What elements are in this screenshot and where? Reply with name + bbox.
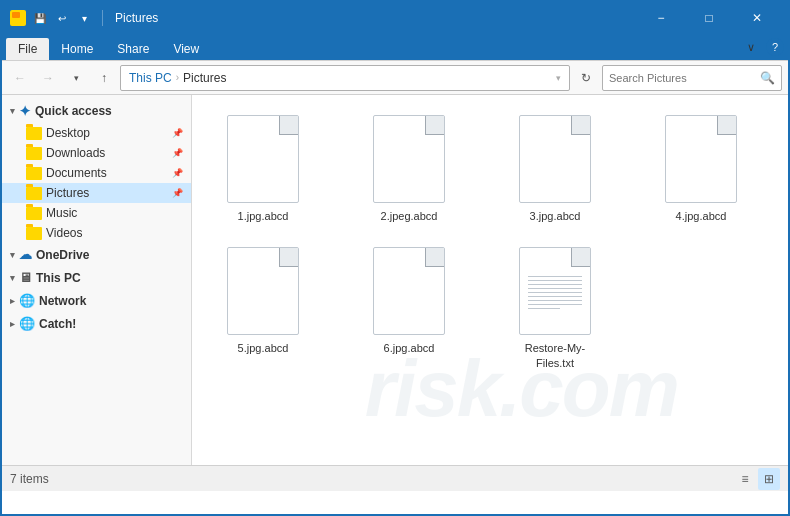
pictures-pin-icon: 📌 [172,188,183,198]
desktop-pin-icon: 📌 [172,128,183,138]
search-box[interactable]: 🔍 [602,65,782,91]
file-label-3: 3.jpg.abcd [530,209,581,223]
collapse-ribbon-button[interactable]: ∨ [740,36,762,58]
downloads-label: Downloads [46,146,105,160]
downloads-pin-icon: 📌 [172,148,183,158]
tab-view[interactable]: View [161,38,211,60]
thispc-icon: 🖥 [19,270,32,285]
refresh-button[interactable]: ↻ [574,66,598,90]
file-icon-1 [227,115,299,203]
list-view-button[interactable]: ≡ [734,468,756,490]
text-lines [528,276,582,309]
sidebar-section-onedrive[interactable]: ▾ ☁ OneDrive [2,243,191,266]
network-chevron: ▸ [10,296,15,306]
title-bar: 💾 ↩ ▾ Pictures − □ ✕ [2,2,788,34]
file-label-7: Restore-My-Files.txt [508,341,602,370]
maximize-button[interactable]: □ [686,2,732,34]
status-bar-right: ≡ ⊞ [734,468,780,490]
documents-label: Documents [46,166,107,180]
minimize-button[interactable]: − [638,2,684,34]
network-icon: 🌐 [19,293,35,308]
sidebar-section-catch[interactable]: ▸ 🌐 Catch! [2,312,191,335]
sidebar-section-quick-access[interactable]: ▾ ✦ Quick access [2,99,191,123]
sidebar-item-pictures[interactable]: Pictures 📌 [2,183,191,203]
file-icon-4 [665,115,737,203]
onedrive-icon: ☁ [19,247,32,262]
title-bar-controls: − □ ✕ [638,2,780,34]
thispc-chevron: ▾ [10,273,15,283]
sidebar-section-thispc[interactable]: ▾ 🖥 This PC [2,266,191,289]
music-label: Music [46,206,77,220]
file-icon-5 [227,247,299,335]
status-bar: 7 items ≡ ⊞ [2,465,788,491]
address-bar: ← → ▾ ↑ This PC › Pictures ▾ ↻ 🔍 [2,61,788,95]
qat-undo[interactable]: ↩ [54,10,70,26]
search-input[interactable] [609,72,756,84]
qat-save[interactable]: 💾 [32,10,48,26]
quick-access-star-icon: ✦ [19,103,31,119]
tab-file[interactable]: File [6,38,49,60]
list-item[interactable]: 4.jpg.abcd [646,107,756,231]
file-label-5: 5.jpg.abcd [238,341,289,355]
music-folder-icon [26,207,42,220]
network-label: Network [39,294,86,308]
sidebar-section-network[interactable]: ▸ 🌐 Network [2,289,191,312]
tab-share[interactable]: Share [105,38,161,60]
help-button[interactable]: ? [766,38,784,56]
address-path[interactable]: This PC › Pictures ▾ [120,65,570,91]
title-bar-left: 💾 ↩ ▾ Pictures [10,10,158,26]
main-area: ▾ ✦ Quick access Desktop 📌 Downloads 📌 D… [2,95,788,465]
sidebar-item-music[interactable]: Music [2,203,191,223]
qat-dropdown[interactable]: ▾ [76,10,92,26]
sidebar-item-documents[interactable]: Documents 📌 [2,163,191,183]
file-label-4: 4.jpg.abcd [676,209,727,223]
folder-title-icon [10,10,26,26]
ribbon: File Home Share View ∨ ? [2,34,788,61]
file-area: risk.com 1.jpg.abcd 2.jpeg.abcd 3.jpg.ab… [192,95,788,465]
list-item[interactable]: Restore-My-Files.txt [500,239,610,378]
file-icon-6 [373,247,445,335]
ribbon-tab-bar: File Home Share View ∨ ? [2,34,788,60]
desktop-folder-icon [26,127,42,140]
list-item[interactable]: 3.jpg.abcd [500,107,610,231]
sidebar: ▾ ✦ Quick access Desktop 📌 Downloads 📌 D… [2,95,192,465]
file-label-1: 1.jpg.abcd [238,209,289,223]
search-icon: 🔍 [760,71,775,85]
back-button[interactable]: ← [8,66,32,90]
icon-view-button[interactable]: ⊞ [758,468,780,490]
file-icon-2 [373,115,445,203]
list-item[interactable]: 5.jpg.abcd [208,239,318,378]
item-count: 7 items [10,472,49,486]
file-label-2: 2.jpeg.abcd [381,209,438,223]
path-dropdown[interactable]: ▾ [556,73,561,83]
quick-access-label: Quick access [35,104,112,118]
path-sep-1: › [176,72,179,83]
sidebar-item-downloads[interactable]: Downloads 📌 [2,143,191,163]
pictures-label: Pictures [46,186,89,200]
sidebar-item-desktop[interactable]: Desktop 📌 [2,123,191,143]
thispc-label: This PC [36,271,81,285]
recent-locations-button[interactable]: ▾ [64,66,88,90]
desktop-label: Desktop [46,126,90,140]
list-item[interactable]: 6.jpg.abcd [354,239,464,378]
quick-access-chevron: ▾ [10,106,15,116]
videos-label: Videos [46,226,82,240]
onedrive-label: OneDrive [36,248,89,262]
list-item[interactable]: 2.jpeg.abcd [354,107,464,231]
list-item[interactable]: 1.jpg.abcd [208,107,318,231]
catch-label: Catch! [39,317,76,331]
close-button[interactable]: ✕ [734,2,780,34]
files-grid: 1.jpg.abcd 2.jpeg.abcd 3.jpg.abcd 4.jpg.… [208,107,772,378]
file-icon-3 [519,115,591,203]
path-thispc: This PC [129,71,172,85]
up-button[interactable]: ↑ [92,66,116,90]
onedrive-chevron: ▾ [10,250,15,260]
tab-home[interactable]: Home [49,38,105,60]
documents-folder-icon [26,167,42,180]
documents-pin-icon: 📌 [172,168,183,178]
forward-button[interactable]: → [36,66,60,90]
file-icon-7 [519,247,591,335]
path-pictures: Pictures [183,71,226,85]
sidebar-item-videos[interactable]: Videos [2,223,191,243]
pictures-folder-icon [26,187,42,200]
